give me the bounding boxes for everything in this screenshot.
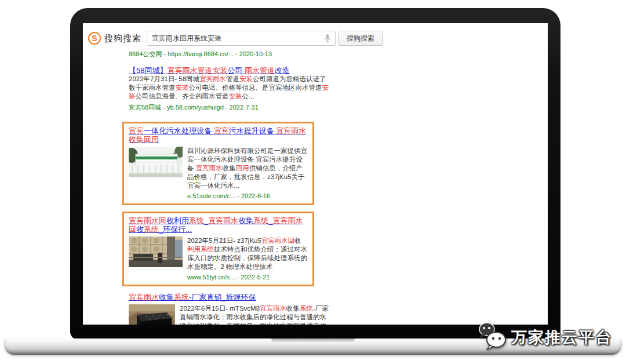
result-url: www.51tyt.cn/s... - 2022-5-21: [187, 274, 308, 281]
watermark-text: 万家推云平台: [511, 327, 612, 348]
search-result-highlighted: 宜宾一体化污水处理设备 宜宾污水提升设备 宜宾雨水收集回用: [122, 122, 314, 205]
search-result-highlighted: 宜宾雨水回收利用系统_宜宾雨水收集系统_宜宾雨水回收系统_环保行...: [122, 212, 314, 286]
result-description: 2022年5月21日- z37jKu5宜宾雨水回收利用系统技术特点和优势介绍：通…: [187, 236, 308, 271]
result-url: e.51sole.com/c... - 2022-8-16: [187, 192, 308, 199]
search-button[interactable]: 搜狗搜索: [339, 31, 383, 46]
laptop-screen-bezel: S 搜狗搜索 搜狗搜索 8684公交网 - https://tianqi.868…: [70, 8, 561, 340]
laptop-base-notch: [271, 338, 355, 344]
result-title: 宜宾雨水回收利用系统_宜宾雨水收集系统_宜宾雨水回收系统_环保行...: [129, 216, 308, 234]
result-url-partial: 8684公交网 - https://tianqi.8684.cn/... - 2…: [129, 50, 333, 59]
result-title: 【58同城】宜宾雨水管道安装公司 雨水管道改造: [129, 66, 333, 75]
result-url: 宜宾58同城 - yb.58.com/yushuigd - 2022-7-31: [129, 103, 333, 112]
result-description: 2022年7月31日- 58同城宜宾雨水管道安装公司频道为您精选认证了数千家雨水…: [129, 75, 333, 101]
search-results-list: 8684公交网 - https://tianqi.8684.cn/... - 2…: [83, 50, 333, 325]
result-thumbnail-image[interactable]: [129, 147, 183, 199]
result-title-link[interactable]: 宜宾雨水收集系统-厂家直销_旌煌环保: [129, 293, 256, 301]
laptop-display: S 搜狗搜索 搜狗搜索 8684公交网 - https://tianqi.868…: [83, 23, 548, 325]
search-header: S 搜狗搜索 搜狗搜索: [83, 23, 548, 49]
result-title-link[interactable]: 【58同城】宜宾雨水管道安装公司 雨水管道改造: [129, 66, 290, 75]
sogou-logo-text[interactable]: 搜狗搜索: [104, 33, 141, 44]
result-description: 2022年6月15日- mTSvcM8宜宾雨水收集系统-厂家直销雨水净化：雨水收…: [180, 304, 333, 325]
result-description: 四川沁源环保科技有限公司是一家提供宜宾一体化污水处理设备 宜宾污水提升设备 宜宾…: [187, 147, 308, 190]
result-thumbnail-image[interactable]: [129, 236, 183, 281]
sogou-logo-icon[interactable]: S: [88, 32, 101, 45]
result-title-link[interactable]: 宜宾一体化污水处理设备 宜宾污水提升设备 宜宾雨水收集回用: [129, 126, 306, 144]
search-box: [147, 31, 336, 46]
search-result: 宜宾雨水收集系统-厂家直销_旌煌环保: [129, 293, 333, 325]
wechat-icon: [478, 322, 508, 352]
result-thumbnail-image[interactable]: [129, 304, 175, 325]
result-title: 宜宾一体化污水处理设备 宜宾污水提升设备 宜宾雨水收集回用: [129, 126, 308, 144]
result-title-link[interactable]: 宜宾雨水回收利用系统_宜宾雨水收集系统_宜宾雨水回收系统_环保行...: [129, 216, 303, 234]
search-input[interactable]: [147, 31, 336, 46]
microphone-icon[interactable]: [324, 34, 331, 45]
watermark: 万家推云平台: [478, 322, 612, 352]
result-title: 宜宾雨水收集系统-厂家直销_旌煌环保: [129, 293, 333, 301]
search-result: 【58同城】宜宾雨水管道安装公司 雨水管道改造 2022年7月31日- 58同城…: [129, 66, 333, 112]
